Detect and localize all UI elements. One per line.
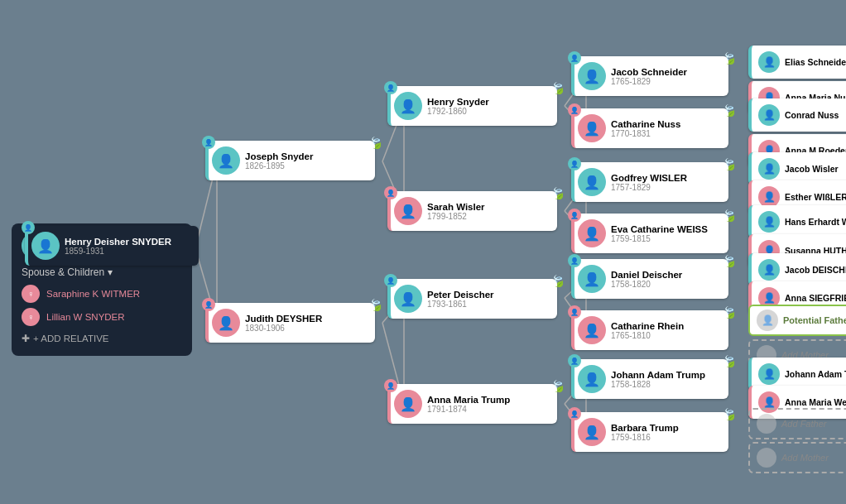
henry-snyder-tree-badge: 👤: [22, 221, 35, 234]
child2-avatar: ♀: [22, 308, 40, 326]
anna-weitzel-name: Anna Maria Weitzel: [785, 397, 846, 407]
potential-father-card[interactable]: 👤 Potential Father: [748, 305, 846, 336]
chevron-down-icon: ▾: [108, 266, 113, 278]
henry-snyder-g3-leaf: 🍃: [550, 79, 567, 97]
daniel-deischer-avatar: 👤: [578, 265, 606, 293]
sarah-wisler-name: Sarah Wisler: [427, 202, 485, 212]
anna-trump-leaf: 🍃: [550, 377, 567, 395]
spouse-children-toggle[interactable]: Spouse & Children ▾: [22, 266, 182, 278]
add-father-label: Add Father: [781, 419, 826, 429]
johann-trump-g5-name: Johann Adam Trump: [785, 369, 846, 379]
daniel-deischer-leaf: 🍃: [721, 252, 738, 270]
jacob-schneider-dates: 1765-1829: [611, 77, 687, 86]
catharine-nuss-badge: 👤: [568, 103, 581, 117]
jacob-deischer-avatar: 👤: [758, 259, 780, 281]
peter-deischer-dates: 1793-1861: [427, 300, 494, 309]
person-card-johann-trump[interactable]: 👤 Johann Adam Trump 1758-1828 👤 🍃: [571, 359, 728, 399]
johann-trump-avatar: 👤: [578, 365, 606, 393]
eva-weiss-name: Eva Catharine WEISS: [611, 224, 708, 234]
barbara-trump-dates: 1759-1816: [611, 433, 679, 442]
elias-schneider-avatar: 👤: [758, 51, 780, 73]
child2-name: Lillian W SNYDER: [46, 312, 125, 322]
person-card-godfrey-wisler[interactable]: 👤 Godfrey WISLER 1757-1829 👤 🍃: [571, 162, 728, 202]
joseph-snyder-leaf: 🍃: [368, 134, 385, 151]
godfrey-wisler-avatar: 👤: [578, 168, 606, 196]
henry-snyder-g3-dates: 1792-1860: [427, 107, 489, 116]
sidebar-item-child1[interactable]: ♀ Saraphine K WITMER: [22, 285, 182, 303]
person-card-henry-snyder[interactable]: 👤 Henry Deisher SNYDER 1859-1931 👤: [25, 226, 199, 266]
eva-weiss-leaf: 🍃: [721, 207, 738, 224]
person-card-eva-weiss[interactable]: 👤 Eva Catharine WEISS 1759-1815 👤 🍃: [571, 214, 728, 253]
catharine-nuss-leaf: 🍃: [721, 102, 738, 119]
godfrey-wisler-leaf: 🍃: [721, 156, 738, 173]
person-card-barbara-trump[interactable]: 👤 Barbara Trump 1759-1816 👤 🍃: [571, 412, 728, 452]
sidebar-item-child2[interactable]: ♀ Lillian W SNYDER: [22, 308, 182, 326]
peter-deischer-name: Peter Deischer: [427, 290, 494, 300]
add-mother-placeholder-2[interactable]: Add Mother: [748, 442, 846, 473]
johann-trump-badge: 👤: [568, 354, 581, 367]
catharine-rhein-dates: 1765-1810: [611, 331, 684, 340]
johann-trump-leaf: 🍃: [721, 353, 738, 370]
henry-snyder-avatar: 👤: [31, 232, 60, 260]
person-card-daniel-deischer[interactable]: 👤 Daniel Deischer 1758-1820 👤 🍃: [571, 259, 728, 299]
person-card-jacob-schneider[interactable]: 👤 Jacob Schneider 1765-1829 👤 🍃: [571, 56, 728, 96]
godfrey-wisler-name: Godfrey WISLER: [611, 173, 687, 183]
add-relative-button[interactable]: ✚ + ADD RELATIVE: [22, 333, 182, 344]
jacob-schneider-name: Jacob Schneider: [611, 67, 687, 77]
eva-weiss-dates: 1759-1815: [611, 234, 708, 243]
henry-snyder-g3-avatar: 👤: [394, 92, 422, 120]
joseph-snyder-avatar: 👤: [212, 146, 240, 175]
person-card-henry-snyder-g3[interactable]: 👤 Henry Snyder 1792-1860 👤 🍃: [387, 86, 557, 126]
anna-trump-avatar: 👤: [394, 390, 422, 418]
person-card-peter-deischer[interactable]: 👤 Peter Deischer 1793-1861 👤 🍃: [387, 279, 557, 319]
jacob-schneider-badge: 👤: [568, 51, 581, 65]
conrad-nuss-avatar: 👤: [758, 104, 780, 126]
joseph-snyder-badge: 👤: [202, 136, 215, 149]
judith-deysher-dates: 1830-1906: [245, 324, 322, 333]
peter-deischer-badge: 👤: [384, 274, 397, 287]
barbara-trump-leaf: 🍃: [721, 406, 738, 423]
add-father-placeholder[interactable]: Add Father: [748, 408, 846, 439]
person-card-catharine-nuss[interactable]: 👤 Catharine Nuss 1770-1831 👤 🍃: [571, 108, 728, 148]
person-card-joseph-snyder[interactable]: 👤 Joseph Snyder 1826-1895 👤 🍃: [205, 141, 375, 180]
catharine-rhein-name: Catharine Rhein: [611, 321, 684, 331]
catharine-nuss-name: Catharine Nuss: [611, 119, 680, 129]
judith-deysher-avatar: 👤: [212, 309, 240, 337]
person-card-sarah-wisler[interactable]: 👤 Sarah Wisler 1799-1852 👤 🍃: [387, 191, 557, 231]
right-card-elias-schneider[interactable]: 👤 Elias Schneider ›: [748, 46, 846, 79]
add-relative-label: + ADD RELATIVE: [33, 334, 109, 343]
catharine-rhein-leaf: 🍃: [721, 304, 738, 321]
esther-wissler-name: Esther WIßLER: [785, 192, 846, 202]
catharine-nuss-dates: 1770-1831: [611, 129, 680, 138]
daniel-deischer-name: Daniel Deischer: [611, 270, 682, 280]
henry-snyder-name: Henry Deisher SNYDER: [65, 237, 171, 247]
add-mother-label-2: Add Mother: [781, 453, 829, 463]
anna-siegfried-name: Anna SIEGFRIED: [785, 293, 846, 303]
joseph-snyder-dates: 1826-1895: [245, 161, 313, 170]
spouse-children-label: Spouse & Children: [22, 266, 104, 278]
jacob-wisler-avatar: 👤: [758, 158, 780, 180]
anna-trump-name: Anna Maria Trump: [427, 395, 510, 405]
right-card-conrad-nuss[interactable]: 👤 Conrad Nuss ›: [748, 98, 846, 132]
henry-snyder-dates: 1859-1931: [65, 247, 171, 256]
person-card-judith-deysher[interactable]: 👤 Judith DEYSHER 1830-1906 👤 🍃: [205, 303, 375, 343]
eva-weiss-badge: 👤: [568, 209, 581, 222]
joseph-snyder-name: Joseph Snyder: [245, 151, 313, 161]
barbara-trump-avatar: 👤: [578, 418, 606, 446]
catharine-rhein-avatar: 👤: [578, 316, 606, 344]
person-card-anna-trump[interactable]: 👤 Anna Maria Trump 1791-1874 👤 🍃: [387, 384, 557, 424]
eva-weiss-avatar: 👤: [578, 219, 606, 247]
peter-deischer-leaf: 🍃: [550, 272, 567, 290]
jacob-deischer-name: Jacob DEISCHER: [785, 265, 846, 275]
judith-deysher-badge: 👤: [202, 298, 215, 311]
sarah-wisler-leaf: 🍃: [550, 185, 567, 202]
godfrey-wisler-dates: 1757-1829: [611, 183, 687, 192]
godfrey-wisler-badge: 👤: [568, 157, 581, 170]
anna-trump-badge: 👤: [384, 379, 397, 392]
peter-deischer-avatar: 👤: [394, 285, 422, 313]
person-card-catharine-rhein[interactable]: 👤 Catharine Rhein 1765-1810 👤 🍃: [571, 310, 728, 350]
right-card-hans-weiss[interactable]: 👤 Hans Erhardt WEIß ›: [748, 205, 846, 238]
sarah-wisler-dates: 1799-1852: [427, 212, 485, 221]
catharine-rhein-badge: 👤: [568, 305, 581, 319]
barbara-trump-name: Barbara Trump: [611, 423, 679, 433]
